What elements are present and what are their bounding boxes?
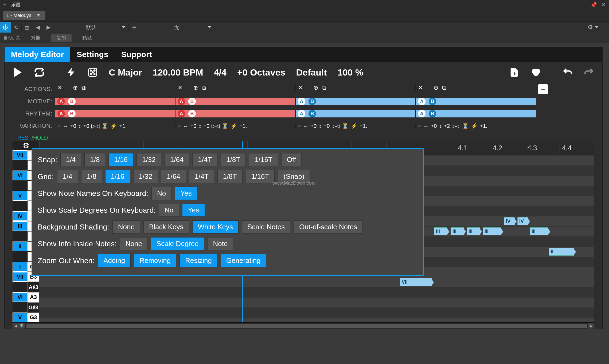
degree-cell[interactable]: VII — [13, 150, 28, 160]
loop-button[interactable] — [34, 67, 45, 78]
plus-circle-icon[interactable]: ⊕ — [73, 84, 78, 91]
preset-selector-1[interactable]: 默认 — [54, 24, 128, 31]
preset-prev[interactable]: ◀ — [32, 22, 43, 33]
popup-option-1-64[interactable]: 1/64 — [165, 153, 189, 166]
popup-option-out-of-scale-notes[interactable]: Out-of-scale Notes — [294, 220, 363, 234]
popup-option-1-4[interactable]: 1/4 — [60, 153, 81, 166]
popup-option-note[interactable]: Note — [207, 237, 233, 250]
motive-block-3[interactable]: AB — [296, 98, 416, 105]
popup-option-1-4t[interactable]: 1/4T — [189, 170, 214, 183]
zoom-display[interactable]: 100 % — [338, 67, 363, 78]
close-icon[interactable]: ✕ — [57, 84, 62, 91]
popup-option-1-16t[interactable]: 1/16T — [246, 170, 275, 183]
search-icon[interactable]: 🔍 — [19, 323, 25, 329]
octave-display[interactable]: +0 Octaves — [237, 67, 286, 78]
gear-icon[interactable]: ⚙ — [588, 24, 593, 31]
popup-option-1-16[interactable]: 1/16 — [105, 170, 130, 183]
note[interactable]: III — [483, 227, 501, 235]
key-cell[interactable]: A♯3 — [28, 282, 39, 292]
tab-support[interactable]: Support — [115, 47, 158, 62]
degree-cell[interactable]: VI — [13, 292, 28, 302]
preset-display[interactable]: Default — [296, 67, 327, 78]
skip-icon[interactable]: ⇥ — [129, 22, 139, 33]
grid-row[interactable] — [39, 307, 594, 318]
popup-option-adding[interactable]: Adding — [98, 254, 131, 267]
paste-button[interactable]: 粘贴 — [82, 35, 92, 41]
popup-option-1-8[interactable]: 1/8 — [81, 170, 102, 183]
degree-cell[interactable]: VII — [13, 272, 28, 282]
note[interactable]: III — [434, 227, 447, 235]
motive-block-1[interactable]: AB — [55, 98, 175, 105]
instrument-selector[interactable]: 1 - Melodya — [3, 11, 45, 20]
popup-option-resizing[interactable]: Resizing — [179, 254, 217, 267]
popup-option-removing[interactable]: Removing — [134, 254, 176, 267]
preset-next[interactable]: ▶ — [43, 22, 54, 33]
preset-selector-2[interactable]: 无 — [139, 24, 214, 31]
grid-row[interactable] — [39, 318, 594, 322]
note[interactable]: III — [530, 227, 548, 235]
scroll-right[interactable]: ▶ — [588, 323, 594, 329]
note[interactable]: III — [451, 227, 464, 235]
popup-option-black-keys[interactable]: Black Keys — [143, 220, 189, 234]
popup-option-scale-degree[interactable]: Scale Degree — [151, 237, 204, 250]
key-cell[interactable]: G3 — [28, 312, 39, 322]
auto-toggle[interactable]: 自动: 关 — [3, 35, 20, 41]
grid-row[interactable] — [39, 277, 594, 287]
bolt-icon[interactable] — [66, 67, 77, 78]
redo-button[interactable] — [584, 67, 594, 78]
degree-cell[interactable] — [13, 160, 28, 170]
bpm-display[interactable]: 120.00 BPM — [153, 67, 203, 78]
popup-option-1-8t[interactable]: 1/8T — [221, 153, 246, 166]
key-cell[interactable]: A3 — [28, 292, 39, 302]
minus-icon[interactable]: – — [66, 84, 69, 91]
grid-row[interactable] — [39, 297, 594, 307]
degree-cell[interactable]: III — [13, 221, 28, 231]
popup-option-1-4[interactable]: 1/4 — [57, 170, 78, 183]
dice-icon[interactable] — [87, 67, 98, 78]
play-button[interactable] — [13, 67, 23, 78]
key-selector[interactable]: C Major — [109, 67, 142, 78]
add-icon[interactable]: + — [3, 1, 7, 8]
rhythm-block-3[interactable]: AB — [296, 110, 416, 117]
rhythm-block-4[interactable]: AB — [416, 110, 536, 117]
undo-button[interactable] — [562, 67, 573, 78]
note[interactable]: III — [467, 227, 480, 235]
degree-cell[interactable] — [13, 282, 28, 292]
degree-cell[interactable] — [13, 302, 28, 312]
close-icon[interactable]: ✕ — [601, 2, 606, 8]
page-icon[interactable]: ▤ — [22, 22, 32, 33]
note[interactable]: IV — [517, 217, 528, 225]
note-file-icon[interactable] — [509, 67, 520, 78]
popup-option-no[interactable]: No — [159, 204, 179, 217]
popup-option-1-8[interactable]: 1/8 — [84, 153, 105, 166]
degree-cell[interactable]: I — [13, 262, 28, 272]
key-cell[interactable]: G♯3 — [28, 302, 39, 312]
degree-cell[interactable]: VI — [13, 171, 28, 180]
add-block-button[interactable]: + — [538, 84, 548, 94]
popup-option-generating[interactable]: Generating — [221, 254, 266, 267]
power-button[interactable]: ⏻ — [0, 22, 11, 33]
popup-option-none[interactable]: None — [120, 237, 148, 250]
popup-option-1-32[interactable]: 1/32 — [133, 170, 158, 183]
compare-button[interactable]: 对照 — [31, 35, 41, 41]
note[interactable]: II — [549, 248, 574, 256]
popup-option-none[interactable]: None — [112, 220, 140, 234]
popup-option-yes[interactable]: Yes — [175, 187, 197, 200]
timesig-display[interactable]: 4/4 — [214, 67, 227, 78]
popup-option-scale-notes[interactable]: Scale Notes — [242, 220, 290, 234]
pin-icon[interactable]: 📌 — [590, 2, 597, 8]
rhythm-block-1[interactable]: AB — [55, 110, 175, 117]
degree-cell[interactable] — [13, 201, 28, 211]
motive-block-2[interactable]: AB — [175, 98, 296, 105]
degree-cell[interactable]: V — [13, 312, 28, 322]
note[interactable]: IV — [504, 217, 515, 225]
popup-option-yes[interactable]: Yes — [182, 204, 205, 217]
degree-cell[interactable] — [13, 231, 28, 241]
bypass-button[interactable]: ⟲ — [11, 22, 21, 33]
chevron-down-icon[interactable] — [595, 26, 598, 28]
popup-option-off[interactable]: Off — [281, 153, 302, 166]
popup-option-no[interactable]: No — [151, 187, 171, 200]
tab-settings[interactable]: Settings — [70, 47, 115, 62]
popup-option-1-16t[interactable]: 1/16T — [249, 153, 278, 166]
grid-row[interactable] — [39, 287, 594, 297]
